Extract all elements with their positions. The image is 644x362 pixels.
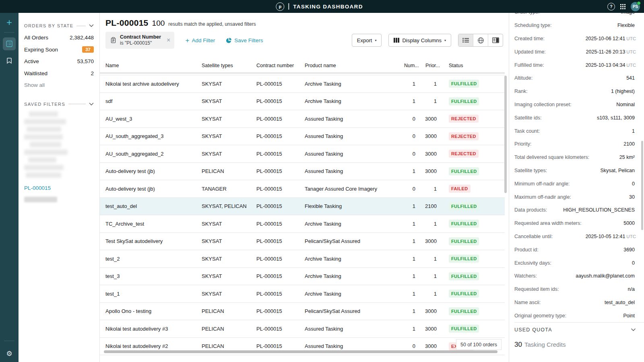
table-row[interactable]: test_auto_del SKYSAT, PELICAN PL-000015 …: [100, 198, 505, 216]
chevron-down-icon[interactable]: [89, 103, 94, 106]
bookmarks-item[interactable]: [6, 57, 12, 66]
cell-num: 0: [404, 343, 419, 349]
detail-value-text: HIGH_RESOLUTION_SCENES: [563, 207, 635, 213]
detail-value: n/a: [628, 286, 636, 292]
split-view-toggle[interactable]: [488, 34, 503, 46]
status-badge: FULFILLED: [449, 290, 479, 298]
column-header-satellite-types[interactable]: Satellite types: [202, 63, 256, 68]
detail-value-text: 0: [632, 260, 635, 266]
cell-name: Nikolai test autodelivery #2: [105, 343, 202, 349]
table-row[interactable]: Auto-delivery test (jb) TANAGER PL-00001…: [100, 180, 505, 198]
status-badge: FULFILLED: [449, 255, 479, 263]
new-order-button[interactable]: +: [6, 18, 12, 27]
orders-dashboard-item[interactable]: [3, 37, 16, 50]
filter-chip-text: Contract Number is "PL-000015": [120, 34, 161, 47]
list-view-toggle[interactable]: [458, 34, 473, 46]
apps-grid-icon[interactable]: [620, 4, 625, 9]
column-header-product-name[interactable]: Product name: [305, 63, 404, 68]
column-header-contract-number[interactable]: Contract number: [256, 63, 305, 68]
cell-name: test_3: [105, 273, 202, 279]
export-button[interactable]: Export ▾: [352, 34, 382, 47]
order-state-label: Expiring Soon: [24, 47, 58, 53]
order-state-count: 2: [91, 70, 94, 76]
cell-satellite-types: SKYSAT, PELICAN: [202, 203, 256, 209]
status-badge: FULFILLED: [449, 202, 479, 210]
table-row[interactable]: TC_Archive_test SKYSAT PL-000015 Archive…: [100, 215, 505, 233]
column-header-priority[interactable]: Prior...: [419, 63, 440, 68]
online-status-dot: [637, 1, 641, 5]
display-columns-button[interactable]: Display Columns ▾: [388, 34, 451, 47]
detail-row: Task count: 1: [509, 124, 644, 138]
add-filter-button[interactable]: + Add Filter: [185, 37, 215, 44]
cell-satellite-types: PELICAN: [202, 326, 256, 332]
used-quota-header[interactable]: USED QUOTA: [509, 323, 644, 337]
order-state-item[interactable]: Active 53,570: [19, 56, 99, 68]
rail-divider: [4, 32, 14, 33]
cell-contract-number: PL-000015: [256, 256, 305, 262]
table-row[interactable]: AU_west_3 SKYSAT PL-000015 Assured Taski…: [100, 110, 505, 128]
detail-value-text: 541: [626, 75, 635, 81]
cell-priority: 3000: [419, 151, 440, 157]
chevron-down-icon[interactable]: [89, 24, 94, 27]
chevron-down-icon[interactable]: [631, 328, 636, 331]
redacted-saved-filters[interactable]: [19, 107, 99, 178]
help-icon[interactable]: ?: [607, 3, 615, 10]
cell-num: 1: [404, 238, 419, 244]
table-horizontal-scrollbar[interactable]: [104, 350, 497, 353]
table-vertical-scrollbar[interactable]: [504, 76, 507, 193]
table-row[interactable]: AU_south_aggregated_3 SKYSAT PL-000015 A…: [100, 128, 505, 146]
caret-down-icon: ▾: [375, 39, 376, 42]
details-scrollbar[interactable]: [641, 141, 643, 230]
table-row[interactable]: Apollo Ono - testing PELICAN PL-000015 P…: [100, 303, 505, 321]
avatar[interactable]: PS: [631, 2, 640, 11]
cell-name: AU_south_aggregated_3: [105, 133, 202, 139]
table-row[interactable]: Auto-delivery test (jb) PELICAN PL-00001…: [100, 163, 505, 181]
filter-condition: is "PL-000015": [120, 40, 161, 47]
cell-status: REJECTED: [440, 150, 505, 158]
table-row[interactable]: Nikolai test autodelivery #3 PELICAN PL-…: [100, 320, 505, 338]
cell-satellite-types: SKYSAT: [202, 133, 256, 139]
table-row[interactable]: test_2 SKYSAT PL-000015 Archive Tasking …: [100, 250, 505, 268]
saved-filter-link[interactable]: PL-000015: [19, 180, 99, 193]
detail-row: Name ascii: test_auto_del: [509, 296, 644, 309]
detail-row: Imaging collection preset: Nominal: [509, 98, 644, 111]
detail-value: 541: [626, 75, 636, 81]
cell-contract-number: PL-000015: [256, 273, 305, 279]
order-state-item[interactable]: All Orders 2,382,448: [19, 32, 99, 44]
globe-view-toggle[interactable]: [473, 34, 488, 46]
cell-satellite-types: SKYSAT: [202, 98, 256, 104]
orders-by-state-title: ORDERS BY STATE: [24, 23, 73, 28]
table-row[interactable]: sdf SKYSAT PL-000015 Archive Tasking 1 1…: [100, 93, 505, 111]
column-header-num[interactable]: Num...: [404, 63, 419, 68]
order-state-item[interactable]: Expiring Soon 37: [19, 44, 99, 56]
save-filters-button[interactable]: Save Filters: [226, 37, 263, 43]
list-view-icon: [462, 38, 469, 43]
detail-value: 0: [632, 260, 636, 266]
cell-contract-number: PL-000015: [256, 116, 305, 122]
cell-contract-number: PL-000015: [256, 81, 305, 87]
cell-priority: 3000: [419, 326, 440, 332]
detail-value: 2025-10-05 12:41UTC: [586, 234, 636, 239]
order-state-item[interactable]: Show all: [19, 79, 99, 91]
order-state-item[interactable]: Waitlisted 2: [19, 68, 99, 80]
detail-value-suffix: UTC: [626, 49, 636, 54]
column-header-name[interactable]: Name: [105, 63, 202, 68]
redacted-saved-filter[interactable]: [24, 197, 57, 202]
topbar-divider: [288, 3, 289, 10]
table-row[interactable]: AU_south_aggregated_2 SKYSAT PL-000015 A…: [100, 145, 505, 163]
filter-chip[interactable]: Contract Number is "PL-000015" ×: [105, 32, 174, 49]
column-header-status[interactable]: Status: [440, 63, 505, 68]
cell-product-name: Pelican/SkySat Assured: [305, 238, 404, 244]
cell-num: 1: [404, 326, 419, 332]
table-row[interactable]: test_1 SKYSAT PL-000015 Archive Tasking …: [100, 285, 505, 303]
remove-filter-icon[interactable]: ×: [167, 37, 170, 44]
table-row[interactable]: test_3 SKYSAT PL-000015 Archive Tasking …: [100, 268, 505, 286]
cell-satellite-types: SKYSAT: [202, 273, 256, 279]
detail-label: Priority:: [514, 141, 531, 147]
table-row[interactable]: Test SkySat autodelivery SKYSAT PL-00001…: [100, 233, 505, 251]
order-state-count: 2,382,448: [70, 35, 94, 41]
table-row[interactable]: Nikolai test archive autodelivery SKYSAT…: [100, 75, 505, 93]
settings-gear-icon[interactable]: ⚙: [6, 350, 12, 357]
cell-name: Auto-delivery test (jb): [105, 186, 202, 192]
cell-num: 1: [404, 273, 419, 279]
